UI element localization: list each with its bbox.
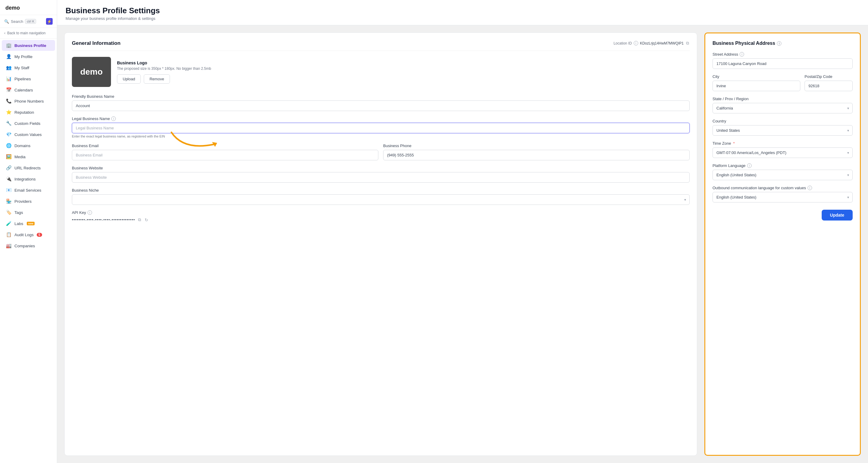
business-niche-label: Business Niche (72, 188, 690, 192)
sidebar-item-label: Providers (14, 199, 32, 204)
location-id-info-icon[interactable]: i (634, 41, 638, 45)
business-website-input[interactable] (72, 172, 690, 183)
logo-text: demo (80, 67, 103, 77)
sidebar-item-calendars[interactable]: 📅 Calendars (2, 85, 55, 95)
sidebar-item-custom-fields[interactable]: 🔧 Custom Fields (2, 118, 55, 129)
business-niche-select-wrapper (72, 194, 690, 205)
friendly-name-group: Friendly Business Name (72, 94, 690, 111)
state-select[interactable]: California Alabama Alaska Arizona Arkans… (713, 103, 852, 114)
copy-location-id-button[interactable]: ⧉ (685, 40, 690, 46)
remove-logo-button[interactable]: Remove (144, 74, 169, 84)
sidebar-item-label: Custom Values (14, 132, 42, 137)
business-niche-group: Business Niche (72, 188, 690, 205)
physical-address-panel: Business Physical Address i Street Addre… (704, 32, 861, 456)
business-niche-select[interactable] (72, 194, 690, 205)
audit-logs-count-badge: 5 (37, 233, 42, 237)
url-redirects-icon: 🔗 (6, 165, 11, 171)
sidebar-item-label: My Profile (14, 55, 32, 59)
sidebar-item-label: Media (14, 155, 26, 159)
logo-description: The proposed size is 350px * 180px. No b… (117, 66, 211, 71)
integrations-icon: 🔌 (6, 176, 11, 182)
sidebar-item-label: Labs (14, 221, 23, 226)
timezone-select-wrapper: GMT-07:00 America/Los_Angeles (PDT) GMT-… (713, 147, 852, 158)
sidebar-item-companies[interactable]: 🏭 Companies (2, 240, 55, 251)
state-select-wrapper: California Alabama Alaska Arizona Arkans… (713, 103, 852, 114)
sidebar-item-labs[interactable]: 🧪 Labs new (2, 218, 55, 229)
page-title: Business Profile Settings (66, 6, 860, 16)
general-info-panel: General Information Location ID i KDozLr… (64, 32, 697, 456)
country-label: Country (713, 119, 852, 123)
sidebar-item-phone-numbers[interactable]: 📞 Phone Numbers (2, 96, 55, 106)
bolt-icon[interactable]: ⚡ (46, 18, 53, 25)
sidebar-item-email-services[interactable]: 📧 Email Services (2, 185, 55, 195)
outbound-language-group: Outbound communication language for cust… (713, 186, 852, 203)
copy-api-key-button[interactable]: ⧉ (137, 217, 142, 223)
business-phone-input[interactable] (383, 150, 690, 160)
search-bar[interactable]: 🔍 Search ctrl K ⚡ (0, 15, 57, 28)
sidebar-item-integrations[interactable]: 🔌 Integrations (2, 174, 55, 184)
postal-input[interactable] (805, 81, 852, 91)
labs-new-badge: new (27, 222, 35, 225)
location-id-row: Location ID i KDozLrjq14HwM7MWQIP1 ⧉ (614, 40, 690, 46)
city-input[interactable] (713, 81, 800, 91)
business-phone-group: Business Phone (383, 144, 690, 160)
sidebar-item-tags[interactable]: 🏷️ Tags (2, 207, 55, 218)
media-icon: 🖼️ (6, 154, 11, 159)
legal-name-input[interactable] (72, 123, 690, 133)
country-select[interactable]: United States Canada United Kingdom (713, 125, 852, 136)
friendly-name-input[interactable] (72, 100, 690, 111)
city-group: City (713, 74, 800, 91)
business-email-input[interactable] (72, 150, 378, 160)
location-id-label: Location ID (614, 41, 632, 45)
country-select-wrapper: United States Canada United Kingdom (713, 125, 852, 136)
timezone-required: * (733, 141, 735, 146)
sidebar-item-url-redirects[interactable]: 🔗 URL Redirects (2, 162, 55, 173)
sidebar-item-label: Audit Logs (14, 233, 34, 237)
sidebar-item-pipelines[interactable]: 📊 Pipelines (2, 73, 55, 84)
timezone-select[interactable]: GMT-07:00 America/Los_Angeles (PDT) GMT-… (713, 147, 852, 158)
search-icon: 🔍 (4, 19, 9, 24)
sidebar-item-reputation[interactable]: ⭐ Reputation (2, 107, 55, 118)
street-address-input[interactable] (713, 58, 852, 69)
sidebar-item-label: Custom Fields (14, 121, 40, 126)
business-phone-label: Business Phone (383, 144, 690, 148)
general-info-header: General Information Location ID i KDozLr… (72, 40, 690, 51)
platform-language-select[interactable]: English (United States) Spanish French (713, 170, 852, 180)
api-key-group: API Key i ••••••••-••••-••••-••••-••••••… (72, 210, 690, 223)
platform-language-info-icon[interactable]: i (747, 163, 752, 168)
sidebar-item-providers[interactable]: 🏪 Providers (2, 196, 55, 207)
back-navigation[interactable]: ‹ Back to main navigation (0, 28, 57, 38)
outbound-language-select[interactable]: English (United States) Spanish French (713, 192, 852, 203)
country-group: Country United States Canada United King… (713, 119, 852, 136)
street-address-info-icon[interactable]: i (740, 52, 744, 57)
page-header: Business Profile Settings Manage your bu… (57, 0, 868, 25)
sidebar-item-domains[interactable]: 🌐 Domains (2, 140, 55, 151)
upload-logo-button[interactable]: Upload (117, 74, 141, 84)
sidebar-item-audit-logs[interactable]: 📋 Audit Logs 5 (2, 229, 55, 240)
refresh-api-key-button[interactable]: ↻ (144, 217, 149, 223)
companies-icon: 🏭 (6, 243, 11, 248)
address-info-icon[interactable]: i (777, 41, 781, 46)
sidebar-item-label: Integrations (14, 177, 36, 181)
labs-icon: 🧪 (6, 221, 11, 226)
sidebar-item-media[interactable]: 🖼️ Media (2, 151, 55, 162)
logo-preview: demo (72, 57, 111, 87)
outbound-language-info-icon[interactable]: i (808, 186, 812, 190)
sidebar-item-custom-values[interactable]: 💎 Custom Values (2, 129, 55, 140)
update-button[interactable]: Update (822, 210, 852, 220)
sidebar-item-my-profile[interactable]: 👤 My Profile (2, 51, 55, 62)
logo-section: demo Business Logo The proposed size is … (72, 57, 690, 87)
sidebar-item-my-staff[interactable]: 👥 My Staff (2, 62, 55, 73)
state-group: State / Prov / Region California Alabama… (713, 97, 852, 114)
app-logo: demo (0, 0, 57, 15)
content-area: General Information Location ID i KDozLr… (57, 25, 868, 463)
business-website-label: Business Website (72, 166, 690, 170)
legal-name-info-icon[interactable]: i (111, 117, 116, 121)
sidebar-item-label: Calendars (14, 88, 33, 92)
custom-fields-icon: 🔧 (6, 121, 11, 126)
back-arrow-icon: ‹ (4, 31, 5, 35)
logo-info: Business Logo The proposed size is 350px… (117, 60, 211, 84)
timezone-group: Time Zone * GMT-07:00 America/Los_Angele… (713, 141, 852, 158)
sidebar-item-business-profile[interactable]: 🏢 Business Profile (2, 40, 55, 51)
api-key-info-icon[interactable]: i (88, 210, 92, 215)
